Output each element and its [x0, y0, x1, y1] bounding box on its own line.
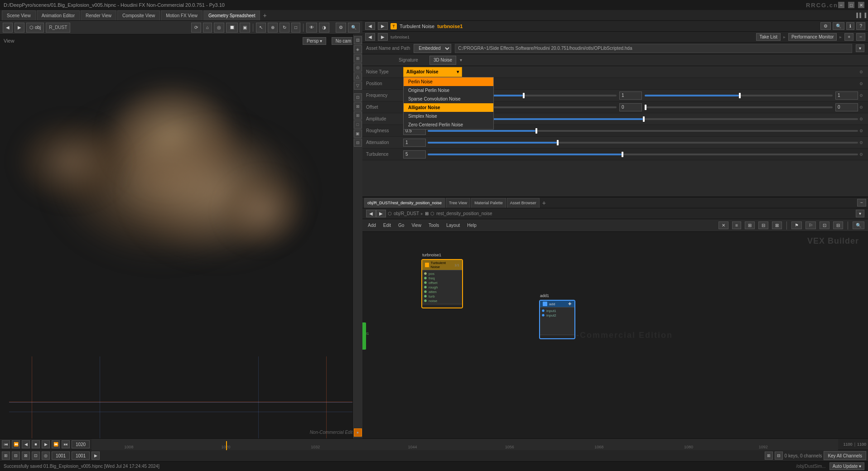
ng-flag-2[interactable]: ⚐ — [805, 221, 816, 229]
prop-gear-btn[interactable]: ⚙ — [820, 22, 831, 30]
auto-update-btn[interactable]: Auto Update ▾ — [829, 462, 864, 470]
tab-animation-editor[interactable]: Animation Editor — [37, 10, 80, 20]
home-button[interactable]: ⌂ — [203, 23, 212, 33]
ng-flag-4[interactable]: ⊟ — [833, 221, 843, 229]
step-fwd-btn[interactable]: ⏩ — [52, 440, 60, 448]
tab-render-view[interactable]: Render View — [81, 10, 116, 20]
ng-pane-min[interactable]: − — [857, 199, 866, 207]
ng-list-view[interactable]: ≡ — [732, 221, 741, 229]
noise-option-original-perlin[interactable]: Original Perlin Noise — [404, 86, 493, 95]
timeline-right-btn2[interactable]: ⊟ — [775, 452, 783, 460]
timeline-bottom-btn5[interactable]: ◎ — [42, 452, 50, 460]
ng-tab-tree[interactable]: Tree View — [446, 198, 470, 208]
timeline-bottom-btn4[interactable]: ⊡ — [32, 452, 40, 460]
play-fwd-btn[interactable]: ▶ — [42, 440, 50, 448]
pane-minimize[interactable]: − — [856, 33, 865, 41]
asset-path-dropdown[interactable]: Embedded — [414, 44, 451, 53]
node-graph-canvas[interactable]: Non-Commercial Edition VEX Builder — [362, 232, 868, 438]
ng-layout-dropdown[interactable]: ▾ — [856, 210, 864, 217]
ng-table-view[interactable]: ⊟ — [758, 221, 768, 229]
ng-tab-asset[interactable]: Asset Browser — [507, 198, 540, 208]
tool-select[interactable]: ↖ — [256, 23, 266, 33]
viewport-canvas[interactable]: View Persp ▾ No cam ▾ — [0, 34, 362, 438]
tool-transform[interactable]: ⊕ — [268, 23, 278, 33]
obj-dropdown-button[interactable]: ⬡ obj — [26, 23, 44, 33]
frequency-y[interactable] — [619, 91, 642, 100]
amplitude-gear[interactable]: ⚙ — [858, 116, 864, 122]
ng-menu-view[interactable]: View — [410, 222, 423, 229]
frame-step-btn[interactable]: ▶ — [92, 452, 100, 460]
ng-toolbar-icons[interactable]: ✕ — [719, 221, 728, 229]
tool-box[interactable]: □ — [291, 23, 300, 33]
current-frame-input[interactable] — [72, 440, 90, 448]
noise-type-gear[interactable]: ⚙ — [858, 69, 864, 75]
side-btn-11[interactable]: ▣ — [354, 130, 362, 138]
side-btn-2[interactable]: ◈ — [354, 45, 362, 53]
timeline-right-btn1[interactable]: ⊞ — [765, 452, 773, 460]
attenuation-input[interactable] — [403, 139, 426, 147]
roughness-gear[interactable]: ⚙ — [858, 128, 864, 134]
cam-reset-button[interactable]: ⟳ — [191, 23, 201, 33]
minimize-button[interactable]: − — [838, 2, 844, 8]
ng-menu-go[interactable]: Go — [396, 222, 406, 229]
settings-button[interactable]: ⚙ — [336, 23, 346, 33]
nav-back-button[interactable]: ◀ — [3, 23, 13, 33]
node-path-button[interactable]: R_DUST — [46, 23, 70, 33]
noise-option-zero-centered[interactable]: Zero Centered Perlin Noise — [404, 120, 493, 129]
noise-option-simplex[interactable]: Simplex Noise — [404, 112, 493, 120]
stop-btn[interactable]: ■ — [32, 440, 40, 448]
side-btn-8[interactable]: ⊠ — [354, 102, 362, 111]
perspective-button[interactable]: Persp ▾ — [303, 37, 326, 45]
frame-end-input[interactable] — [72, 452, 90, 460]
prop-help-btn[interactable]: ? — [856, 22, 865, 30]
right-nav-back[interactable]: ◀ — [365, 33, 375, 41]
prop-info-btn[interactable]: ℹ — [846, 22, 854, 30]
timeline-bottom-btn3[interactable]: ⊠ — [22, 452, 30, 460]
add-panel-btn[interactable]: + — [844, 33, 854, 41]
ng-tab-material[interactable]: Material Palette — [471, 198, 506, 208]
noise-option-sparse[interactable]: Sparse Convolution Noise — [404, 95, 493, 103]
play-back-btn[interactable]: ◀ — [22, 440, 30, 448]
side-btn-1[interactable]: ⚄ — [354, 36, 362, 44]
right-nav-forward[interactable]: ▶ — [378, 33, 388, 41]
ng-detail-view[interactable]: ⊠ — [772, 221, 782, 229]
noise-option-perlin[interactable]: Perlin Noise — [404, 77, 493, 86]
ng-menu-edit[interactable]: Edit — [381, 222, 393, 229]
frequency-gear[interactable]: ⚙ — [858, 92, 864, 99]
take-list-btn[interactable]: Take List — [756, 33, 780, 41]
frequency-z[interactable] — [835, 91, 858, 100]
render-region-button[interactable]: ▣ — [240, 23, 250, 33]
tool-rotate[interactable]: ↻ — [280, 23, 289, 33]
offset-gear[interactable]: ⚙ — [858, 104, 864, 111]
tab-motion-fx[interactable]: Motion FX View — [161, 10, 203, 20]
side-btn-9[interactable]: ⊞ — [354, 111, 362, 120]
ng-nav-back[interactable]: ◀ — [366, 210, 376, 217]
ng-grid-view[interactable]: ⊞ — [745, 221, 755, 229]
tab-scene-view[interactable]: Scene View — [2, 10, 36, 20]
shading-button[interactable]: ◑ — [319, 23, 329, 33]
maximize-button[interactable]: □ — [848, 2, 854, 8]
attenuation-gear[interactable]: ⚙ — [858, 139, 864, 146]
ng-nav-forward[interactable]: ▶ — [376, 210, 386, 217]
close-button[interactable]: ✕ — [858, 2, 864, 8]
side-btn-4[interactable]: ◎ — [354, 63, 362, 72]
side-btn-12[interactable]: ⊟ — [354, 139, 362, 147]
side-btn-10[interactable]: □ — [354, 120, 362, 129]
frame-start-input[interactable] — [52, 452, 70, 460]
ng-search[interactable]: 🔍 — [853, 221, 864, 229]
ng-tab-path[interactable]: obj/R_DUST/rest_density_position_noise — [364, 198, 445, 208]
asset-path-browse[interactable]: ▾ — [856, 44, 864, 52]
tab-composite-view[interactable]: Composite View — [117, 10, 160, 20]
side-btn-orange[interactable]: ● — [354, 428, 362, 437]
tab-geometry-spreadsheet[interactable]: Geometry Spreadsheet — [203, 10, 260, 20]
timeline-bottom-btn1[interactable]: ⊞ — [2, 452, 10, 460]
node-add1[interactable]: add1 add ✚ input1 — [539, 300, 575, 339]
timeline-bottom-btn2[interactable]: ⊟ — [12, 452, 20, 460]
ng-flag-3[interactable]: ⊡ — [820, 221, 829, 229]
ng-flag-1[interactable]: ⚑ — [791, 221, 802, 229]
perf-monitor-btn[interactable]: Performance Monitor — [788, 33, 837, 41]
ng-menu-help[interactable]: Help — [465, 222, 478, 229]
turbulence-input[interactable] — [403, 150, 426, 159]
ng-menu-layout[interactable]: Layout — [444, 222, 462, 229]
offset-z[interactable] — [835, 103, 858, 111]
